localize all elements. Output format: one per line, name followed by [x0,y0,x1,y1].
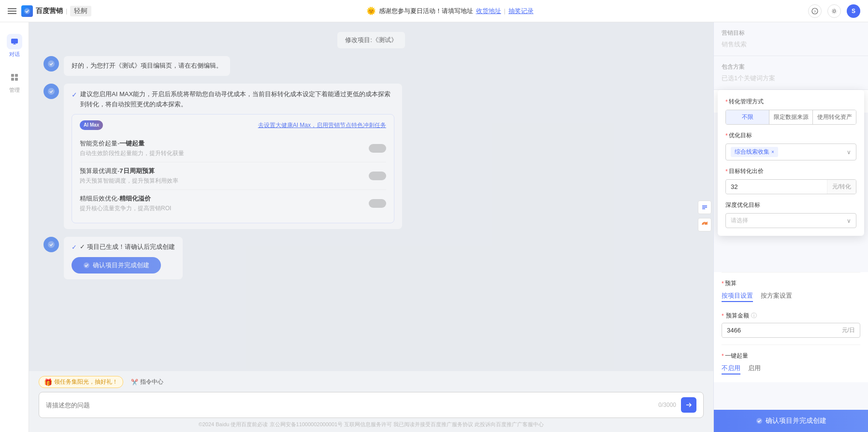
nav-item-manage[interactable]: 管理 [0,66,29,98]
settings-icon[interactable] [827,4,841,18]
form-price: * 目标转化出价 元/转化 [725,167,856,194]
footer-text: ©2024 Baidu 使用百度前必读 京公网安备11000002000001号… [39,421,704,428]
aimax-settings-link[interactable]: 去设置大健康AI Max，启用营销节点特色冲刺任务 [258,121,386,130]
transfer-tab-limit[interactable]: 限定数据来源 [769,110,813,124]
right-panel: 营销目标 销售线索 包含方案 已选1个关键词方案 ✓ 优化目标与成本预期 ∧ * [713,22,868,432]
oneclick-label: 一键起量 [725,352,748,360]
budget-unit: 元/日 [837,323,860,337]
nav-manage-label: 管理 [9,86,20,94]
aimax-feature-3: 精细后效优化-精细化溢价 提升核心流量竞争力，提高营销ROI [80,190,386,217]
msg-confirm: ✓ ✓ 项目已生成！请确认后完成创建 确认项目并完成创建 [43,237,699,279]
section-title-plan: 包含方案 [722,63,860,71]
toggle-feature2[interactable] [369,172,386,180]
budget-tab-project[interactable]: 按项目设置 [722,291,753,302]
oneclick-tab-disable[interactable]: 不启用 [722,364,740,374]
svg-text:?: ? [814,9,816,14]
notice-text: 感谢您参与夏日活动！请填写地址 [379,7,473,15]
panel-confirm-area: 确认项目并完成创建 [714,410,868,432]
form-opt-target: * 优化目标 综合线索收集 × ∨ [725,131,856,160]
hamburger-btn[interactable] [8,8,16,14]
form-transfer-mode: * 转化管理方式 不限 限定数据来源 使用转化资产 [725,98,856,125]
section-include-plan: 包含方案 已选1个关键词方案 [714,56,868,90]
float-icon-expand[interactable] [698,201,711,214]
transfer-tab-unlimit[interactable]: 不限 [726,110,769,124]
aimax-logo-badge: AI Max [80,120,103,130]
product-name: 轻舸 [70,6,91,16]
cmd-center-link[interactable]: ✂️ 指令中心 [131,378,163,386]
chat-area: 修改项目:《测试》 好的，为您打开《测试》项目编辑页，请在右侧编辑。 ✓ 建议您… [29,22,713,432]
svg-point-11 [48,241,55,248]
user-avatar[interactable]: S [847,4,860,18]
chat-input[interactable] [46,402,653,409]
transfer-label: 转化管理方式 [729,98,764,106]
msg-bot-1: 好的，为您打开《测试》项目编辑页，请在右侧编辑。 [43,56,699,76]
float-icon-refresh[interactable] [698,218,711,231]
budget-label: 预算 [725,279,737,288]
target-select-box[interactable]: 综合线索收集 × ∨ [725,144,856,160]
price-label: 目标转化出价 [729,167,764,175]
tag-close-icon[interactable]: × [771,149,774,155]
popup-panel: * 转化管理方式 不限 限定数据来源 使用转化资产 * 优化目标 综合线索收集 [718,90,864,236]
nav-chat-label: 对话 [9,51,20,58]
toggle-feature3[interactable] [369,199,386,208]
section-value-target: 销售线索 [722,40,860,49]
msg-bot-2: ✓ 建议您启用AI MAX能力，开启后系统将帮助您自动寻优成本，当前目标转化成本… [43,84,699,230]
svg-point-13 [756,418,762,424]
logo-area: 百度营销 | 轻舸 [21,5,91,17]
target-select-arrow: ∨ [847,149,851,156]
task-badge[interactable]: 🎁 领任务集阳光，抽好礼！ [39,376,123,388]
aimax-suggestion-text: 建议您启用AI MAX能力，开启后系统将帮助您自动寻优成本，当前目标转化成本设定… [80,89,394,110]
deep-target-select[interactable]: 请选择 ∨ [725,213,856,228]
target-label: 优化目标 [729,131,752,140]
svg-rect-4 [11,39,18,43]
svg-rect-7 [11,78,14,81]
svg-point-3 [833,10,836,12]
toggle-feature1[interactable] [369,144,386,153]
notice-link-address[interactable]: 收货地址 [476,7,501,15]
aimax-feature-1: 智能竞价起量-一键起量 自动生效阶段性起量能力，提升转化获量 [80,135,386,162]
char-count: 0/3000 [658,402,676,408]
top-nav: 百度营销 | 轻舸 🌞 感谢您参与夏日活动！请填写地址 收货地址 | 抽奖记录 … [0,0,868,22]
form-deep-target: 深度优化目标 请选择 ∨ [725,201,856,228]
svg-point-12 [84,262,89,268]
form-budget-amount: * 预算金额 ⓘ 元/日 [714,312,868,345]
budget-tab-plan[interactable]: 按方案设置 [761,291,792,302]
panel-confirm-btn[interactable]: 确认项目并完成创建 [714,410,868,432]
confirm-create-btn[interactable]: 确认项目并完成创建 [72,257,161,274]
section-marketing-target: 营销目标 销售线索 [714,22,868,56]
svg-rect-8 [15,78,18,81]
chat-input-area: 🎁 领任务集阳光，抽好礼！ ✂️ 指令中心 0/3000 ©2024 Baidu… [29,371,713,432]
msg-system-1: 修改项目:《测试》 [43,32,699,48]
svg-point-0 [24,8,30,14]
svg-point-10 [48,88,55,95]
help-icon[interactable]: ? [808,4,822,18]
budget-amount-label: 预算金额 [726,312,749,320]
notice-link-lottery[interactable]: 抽奖记录 [508,7,534,15]
target-tag-text: 综合线索收集 [735,148,769,156]
transfer-tab-asset[interactable]: 使用转化资产 [813,110,856,124]
svg-point-9 [48,60,55,67]
form-oneclick: * 一键起量 不启用 启用 [714,345,868,382]
oneclick-tab-enable[interactable]: 启用 [748,364,761,374]
left-sidebar: 对话 管理 [0,22,29,432]
aimax-card: AI Max 去设置大健康AI Max，启用营销节点特色冲刺任务 智能竞价起量-… [72,114,394,223]
send-button[interactable] [681,397,696,413]
aimax-feature-2: 预算最优调度-7日周期预算 跨天预算智能调度，提升预算利用效率 [80,162,386,190]
nav-item-chat[interactable]: 对话 [0,30,29,62]
svg-rect-5 [11,74,14,77]
price-unit: 元/转化 [827,180,856,194]
brand-name: 百度营销 [36,7,63,15]
svg-rect-6 [15,74,18,77]
section-value-plan: 已选1个关键词方案 [722,74,860,83]
budget-amount-input[interactable] [722,324,837,337]
form-budget: * 预算 按项目设置 按方案设置 [714,272,868,312]
project-confirm-text: ✓ 项目已生成！请确认后完成创建 [80,243,175,251]
section-title-target: 营销目标 [722,29,860,37]
price-input[interactable] [726,180,827,193]
floating-right-icons [698,201,711,231]
